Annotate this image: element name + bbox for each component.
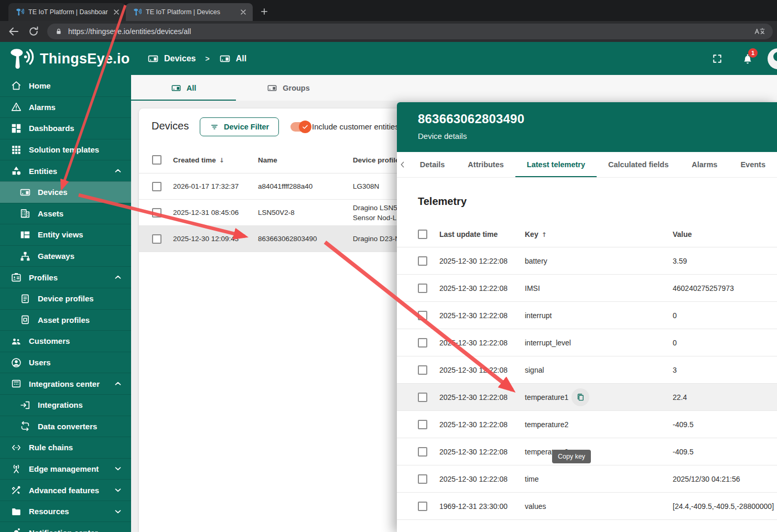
breadcrumb-all[interactable]: All: [236, 54, 246, 63]
drawer-title: 863663062803490: [418, 112, 777, 126]
created-time-cell: 2026-01-17 17:32:37: [173, 182, 258, 190]
device-filter-button[interactable]: Device Filter: [200, 117, 279, 136]
sidebar-item[interactable]: Devices: [0, 181, 131, 203]
row-checkbox[interactable]: [418, 420, 427, 429]
close-tab-icon[interactable]: [239, 8, 247, 16]
sidebar-item[interactable]: Edge management: [0, 458, 131, 480]
row-checkbox[interactable]: [418, 474, 427, 484]
telemetry-row[interactable]: 2025-12-30 12:22:08 IMSI 460240275257973: [397, 275, 777, 302]
breadcrumb-separator: >: [201, 55, 214, 63]
sidebar-item[interactable]: Home: [0, 75, 131, 96]
sidebar-item[interactable]: Rule chains: [0, 437, 131, 458]
column-created-time[interactable]: Created time↓: [173, 156, 258, 164]
breadcrumb-devices[interactable]: Devices: [164, 54, 196, 63]
copy-key-button[interactable]: [571, 388, 589, 406]
translate-icon[interactable]: [754, 27, 765, 36]
sidebar-item[interactable]: Entities: [0, 160, 131, 181]
thingseye-favicon: [16, 8, 24, 16]
key-cell: temperature1: [525, 388, 673, 406]
column-key[interactable]: Key↑: [525, 230, 673, 238]
browser-tab-devices[interactable]: TE IoT Platform | Devices: [126, 3, 253, 21]
row-checkbox[interactable]: [152, 208, 161, 218]
notifications-button[interactable]: 1: [741, 52, 754, 65]
address-bar[interactable]: https://thingseye.io/entities/devices/al…: [47, 24, 773, 39]
logo[interactable]: ThingsEye.io: [7, 47, 130, 71]
browser-tab-dashboard[interactable]: TE IoT Platform | Dashboard: [8, 3, 126, 21]
select-all-checkbox[interactable]: [152, 155, 161, 165]
row-checkbox[interactable]: [418, 311, 427, 320]
telemetry-row[interactable]: 2025-12-30 12:22:08 time 2025/12/30 04:2…: [397, 465, 777, 493]
thingseye-favicon: [133, 8, 142, 16]
telemetry-row[interactable]: 2025-12-30 12:22:08 temperature2 -409.5: [397, 411, 777, 438]
row-checkbox[interactable]: [418, 284, 427, 293]
url-text: https://thingseye.io/entities/devices/al…: [68, 27, 191, 36]
sidebar-item[interactable]: Dashboards: [0, 117, 131, 139]
drawer-tab[interactable]: Latest telemetry: [515, 152, 597, 177]
row-checkbox[interactable]: [418, 365, 427, 375]
sidebar-item[interactable]: Device profiles: [0, 288, 131, 309]
sidebar-item[interactable]: Users: [0, 352, 131, 373]
sidebar-item[interactable]: Asset profiles: [0, 309, 131, 331]
telemetry-row[interactable]: 2025-12-30 12:22:08 temperature1 22.4: [397, 384, 777, 411]
tab-groups[interactable]: Groups: [236, 75, 341, 101]
sidebar-item-label: Integrations center: [29, 379, 100, 388]
drawer-tab[interactable]: Calculated fields: [597, 152, 680, 177]
sidebar-item[interactable]: Notification center: [0, 522, 131, 532]
sidebar-item[interactable]: Integrations: [0, 394, 131, 416]
row-checkbox[interactable]: [418, 502, 427, 511]
include-customer-entities-toggle[interactable]: [290, 122, 309, 132]
sidebar-item[interactable]: Assets: [0, 203, 131, 224]
telemetry-row[interactable]: 2025-12-30 12:22:08 signal 3: [397, 356, 777, 384]
sidebar-item[interactable]: Solution templates: [0, 139, 131, 160]
tab-all-label: All: [187, 84, 197, 92]
row-checkbox[interactable]: [418, 393, 427, 402]
sort-desc-icon: ↓: [219, 157, 224, 164]
sidebar-item[interactable]: Advanced features: [0, 479, 131, 501]
value-cell: 0: [673, 339, 777, 347]
sidebar-item[interactable]: Profiles: [0, 266, 131, 288]
key-cell: temperature2: [525, 420, 673, 429]
tab-all[interactable]: All: [131, 75, 236, 101]
last-update-time-cell: 2025-12-30 12:22:08: [439, 448, 525, 456]
row-checkbox[interactable]: [418, 447, 427, 457]
telemetry-row[interactable]: 1969-12-31 23:30:00 values [24.4,-409.5,…: [397, 493, 777, 520]
sidebar-item[interactable]: Data converters: [0, 416, 131, 437]
telemetry-row[interactable]: 2025-12-30 12:22:08 interrupt 0: [397, 302, 777, 329]
sidebar-item-label: Customers: [29, 336, 70, 345]
row-checkbox[interactable]: [152, 182, 161, 191]
name-cell: 863663062803490: [258, 235, 353, 243]
sidebar-item[interactable]: Resources: [0, 501, 131, 522]
select-all-checkbox[interactable]: [418, 230, 427, 239]
last-update-time-cell: 2025-12-30 12:22:08: [439, 257, 525, 265]
filter-icon: [210, 122, 219, 132]
drawer-tab[interactable]: Attributes: [456, 152, 515, 177]
row-checkbox[interactable]: [418, 256, 427, 266]
column-value[interactable]: Value: [673, 230, 777, 238]
sidebar-item[interactable]: Alarms: [0, 96, 131, 118]
drawer-tab[interactable]: Details: [408, 152, 457, 177]
column-name[interactable]: Name: [258, 156, 353, 164]
telemetry-row[interactable]: 2025-12-30 12:22:08 battery 3.59: [397, 247, 777, 275]
row-checkbox[interactable]: [418, 338, 427, 348]
sidebar-item[interactable]: Customers: [0, 330, 131, 352]
close-tab-icon[interactable]: [112, 8, 121, 16]
fullscreen-icon[interactable]: [712, 53, 722, 64]
tab-scroll-left[interactable]: [397, 152, 408, 177]
sidebar-item-label: Asset profiles: [38, 316, 90, 324]
sidebar-item[interactable]: Gateways: [0, 245, 131, 267]
sidebar-item[interactable]: Integrations center: [0, 373, 131, 394]
drawer-tab[interactable]: Alarms: [680, 152, 729, 177]
refresh-icon[interactable]: [27, 25, 40, 38]
drawer-tab[interactable]: Events: [729, 152, 777, 177]
row-checkbox[interactable]: [152, 234, 161, 244]
entity-views-icon: [19, 229, 31, 241]
sidebar-item[interactable]: Entity views: [0, 224, 131, 245]
sidebar-item-label: Users: [29, 358, 51, 367]
telemetry-row[interactable]: 2025-12-30 12:22:08 interrupt_level 0: [397, 329, 777, 356]
column-last-update-time[interactable]: Last update time: [439, 230, 525, 238]
browser-tab-strip: TE IoT Platform | Dashboard TE IoT Platf…: [0, 0, 777, 21]
new-tab-button[interactable]: [257, 4, 272, 19]
back-icon[interactable]: [7, 25, 20, 38]
avatar[interactable]: [768, 48, 777, 69]
value-cell: 3: [673, 366, 777, 374]
